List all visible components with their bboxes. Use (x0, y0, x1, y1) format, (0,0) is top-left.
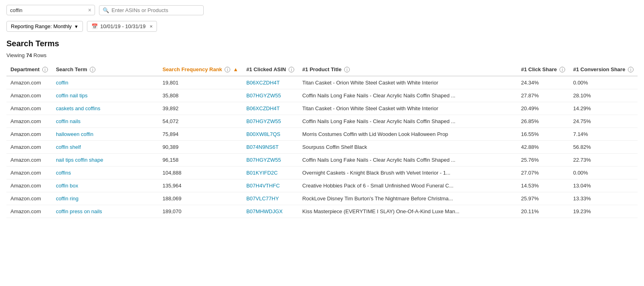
cell-asin[interactable]: B07H4VTHFC (242, 179, 298, 192)
conv-share-info-icon[interactable]: i (628, 67, 634, 72)
cell-conv-share: 13.33% (569, 192, 638, 205)
search-icon: 🔍 (103, 7, 109, 13)
cell-dept: Amazon.com (6, 115, 52, 128)
top-bar: × 🔍 (6, 5, 638, 15)
table-row: Amazon.com coffin shelf 90,389 B074N9NS6… (6, 141, 638, 154)
cell-title: RockLove Disney Tim Burton's The Nightma… (298, 192, 517, 205)
table-body: Amazon.com coffin 19,801 B06XCZDH4T Tita… (6, 76, 638, 218)
cell-sfr: 39,892 (159, 102, 242, 115)
cell-sfr: 96,158 (159, 154, 242, 167)
date-range-display: 📅 10/01/19 - 10/31/19 × (87, 21, 157, 32)
cell-title: Titan Casket - Orion White Steel Casket … (298, 102, 517, 115)
cell-search-term[interactable]: coffin (52, 76, 159, 89)
cell-asin[interactable]: B01KYIFD2C (242, 167, 298, 179)
cell-dept: Amazon.com (6, 76, 52, 89)
cell-search-term[interactable]: coffin box (52, 179, 159, 192)
cell-dept: Amazon.com (6, 141, 52, 154)
cell-click-share: 25.97% (517, 192, 570, 205)
cell-search-term[interactable]: coffin press on nails (52, 205, 159, 218)
cell-asin[interactable]: B07MHWDJGX (242, 205, 298, 218)
cell-dept: Amazon.com (6, 128, 52, 141)
cell-dept: Amazon.com (6, 89, 52, 102)
click-share-info-icon[interactable]: i (559, 67, 565, 72)
cell-asin[interactable]: B07HGYZW55 (242, 154, 298, 167)
cell-sfr: 104,888 (159, 167, 242, 179)
header-click-share: #1 Click Share i (517, 63, 570, 76)
cell-click-share: 26.85% (517, 115, 570, 128)
date-range-clear-button[interactable]: × (150, 23, 153, 29)
cell-sfr: 35,808 (159, 89, 242, 102)
search-term-info-icon[interactable]: i (90, 67, 95, 72)
table-row: Amazon.com coffin nails 54,072 B07HGYZW5… (6, 115, 638, 128)
cell-click-share: 24.34% (517, 76, 570, 89)
clear-search-button[interactable]: × (88, 7, 91, 13)
cell-sfr: 135,964 (159, 179, 242, 192)
cell-search-term[interactable]: coffins (52, 167, 159, 179)
title-info-icon[interactable]: i (344, 67, 350, 72)
cell-search-term[interactable]: coffin shelf (52, 141, 159, 154)
cell-asin[interactable]: B07HGYZW55 (242, 115, 298, 128)
sort-asc-icon: ▲ (233, 66, 238, 72)
search-terms-table: Department i Search Term i Search Freque… (6, 63, 638, 218)
reporting-range-button[interactable]: Reporting Range: Monthly ▼ (6, 21, 83, 32)
cell-dept: Amazon.com (6, 192, 52, 205)
asin-info-icon[interactable]: i (289, 67, 294, 72)
cell-click-share: 27.07% (517, 167, 570, 179)
page-title: Search Terms (6, 39, 638, 48)
date-range-value: 10/01/19 - 10/31/19 (100, 23, 146, 29)
cell-asin[interactable]: B06XCZDH4T (242, 76, 298, 89)
cell-conv-share: 28.10% (569, 89, 638, 102)
table-row: Amazon.com nail tips coffin shape 96,158… (6, 154, 638, 167)
cell-title: Titan Casket - Orion White Steel Casket … (298, 76, 517, 89)
cell-title: Kiss Masterpiece (EVERYTIME I SLAY) One-… (298, 205, 517, 218)
cell-title: Coffin Nails Long Fake Nails - Clear Acr… (298, 89, 517, 102)
cell-title: Overnight Caskets - Knight Black Brush w… (298, 167, 517, 179)
cell-conv-share: 14.29% (569, 102, 638, 115)
keyword-search-box: × (6, 5, 95, 15)
cell-dept: Amazon.com (6, 179, 52, 192)
cell-asin[interactable]: B074N9NS6T (242, 141, 298, 154)
department-info-icon[interactable]: i (42, 67, 48, 72)
asin-search-input[interactable] (111, 7, 200, 13)
header-search-term: Search Term i (52, 63, 159, 76)
keyword-search-input[interactable] (10, 7, 87, 13)
cell-search-term[interactable]: coffin nail tips (52, 89, 159, 102)
cell-sfr: 54,072 (159, 115, 242, 128)
cell-asin[interactable]: B07VLC77HY (242, 192, 298, 205)
cell-conv-share: 13.04% (569, 179, 638, 192)
cell-conv-share: 56.82% (569, 141, 638, 154)
header-product-title: #1 Product Title i (298, 63, 517, 76)
cell-search-term[interactable]: halloween coffin (52, 128, 159, 141)
cell-title: Coffin Nails Long Fake Nails - Clear Acr… (298, 115, 517, 128)
cell-conv-share: 7.14% (569, 128, 638, 141)
header-sfr[interactable]: Search Frequency Rank i ▲ (159, 63, 242, 76)
cell-asin[interactable]: B07HGYZW55 (242, 89, 298, 102)
table-row: Amazon.com coffin nail tips 35,808 B07HG… (6, 89, 638, 102)
cell-title: Creative Hobbies Pack of 6 - Small Unfin… (298, 179, 517, 192)
cell-click-share: 42.88% (517, 141, 570, 154)
cell-search-term[interactable]: caskets and coffins (52, 102, 159, 115)
cell-click-share: 27.87% (517, 89, 570, 102)
cell-dept: Amazon.com (6, 102, 52, 115)
header-department: Department i (6, 63, 52, 76)
cell-search-term[interactable]: nail tips coffin shape (52, 154, 159, 167)
cell-search-term[interactable]: coffin ring (52, 192, 159, 205)
cell-search-term[interactable]: coffin nails (52, 115, 159, 128)
cell-title: Coffin Nails Long Fake Nails - Clear Acr… (298, 154, 517, 167)
cell-click-share: 14.53% (517, 179, 570, 192)
cell-dept: Amazon.com (6, 205, 52, 218)
controls-row: Reporting Range: Monthly ▼ 📅 10/01/19 - … (6, 21, 638, 32)
cell-sfr: 189,070 (159, 205, 242, 218)
reporting-range-label: Reporting Range: Monthly (11, 23, 72, 29)
cell-title: Sourpuss Coffin Shelf Black (298, 141, 517, 154)
cell-sfr: 188,069 (159, 192, 242, 205)
cell-click-share: 25.76% (517, 154, 570, 167)
table-row: Amazon.com coffin 19,801 B06XCZDH4T Tita… (6, 76, 638, 89)
cell-asin[interactable]: B00XW8L7QS (242, 128, 298, 141)
cell-asin[interactable]: B06XCZDH4T (242, 102, 298, 115)
cell-title: Morris Costumes Coffin with Lid Wooden L… (298, 128, 517, 141)
cell-click-share: 20.11% (517, 205, 570, 218)
header-conv-share: #1 Conversion Share i (569, 63, 638, 76)
table-row: Amazon.com caskets and coffins 39,892 B0… (6, 102, 638, 115)
sfr-info-icon[interactable]: i (225, 67, 230, 72)
